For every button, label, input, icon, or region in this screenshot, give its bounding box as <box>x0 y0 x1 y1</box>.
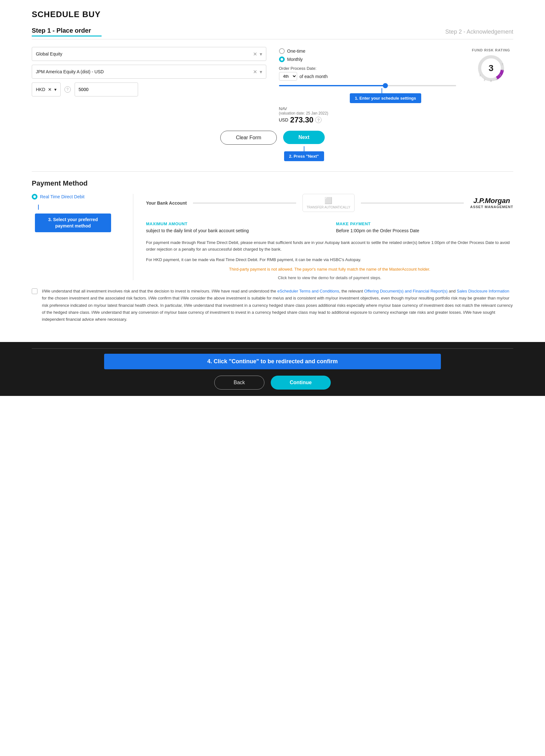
page-title: SCHEDULE BUY <box>32 10 513 19</box>
nav-date: (valuation date: 25 Jan 2022) <box>279 111 456 115</box>
svg-text:1: 1 <box>479 74 481 77</box>
max-amount-text: subject to the daily limit of your bank … <box>146 228 324 233</box>
chevron-down-icon[interactable]: ▾ <box>259 51 262 57</box>
payment-demo-link[interactable]: Click here to view the demo for details … <box>146 275 513 280</box>
make-payment-title: MAKE PAYMENT <box>336 221 514 226</box>
step3-tooltip: 3. Select your preferred payment method <box>35 214 111 232</box>
section-divider <box>32 171 513 172</box>
next-button-wrapper: Next 2. Press "Next" <box>283 131 325 145</box>
chevron-down-icon-2[interactable]: ▾ <box>259 69 262 75</box>
slider-thumb[interactable] <box>383 83 388 88</box>
radio-monthly-label: Monthly <box>287 57 303 62</box>
payment-warning: Third-party payment is not allowed. The … <box>146 267 513 272</box>
nav-currency: USD <box>279 117 289 122</box>
max-amount-col: MAXIMUM AMOUNT subject to the daily limi… <box>146 221 324 233</box>
order-process-date-section: Order Process Date: 4th of each month <box>279 66 456 81</box>
form-area: Global Equity ✕ ▾ JPM America Equity A (… <box>32 47 513 124</box>
payment-right: Your Bank Account ⬜ TRANSFER AUTOMATICAL… <box>133 194 513 280</box>
svg-text:5: 5 <box>500 74 501 77</box>
order-day-select[interactable]: 4th <box>279 72 297 81</box>
step2-label: Step 2 - Acknowledgement <box>445 29 513 35</box>
step1-label: Step 1 - Place order <box>32 27 102 34</box>
payment-method-radio[interactable]: Real Time Direct Debit <box>32 194 123 200</box>
radio-monthly-circle <box>279 56 285 62</box>
bank-flow-diagram: Your Bank Account ⬜ TRANSFER AUTOMATICAL… <box>146 194 513 212</box>
radio-onetime-label: One-time <box>287 49 306 54</box>
svg-text:2: 2 <box>484 78 485 82</box>
svg-text:7: 7 <box>502 63 503 66</box>
nav-value: USD 273.30 ? <box>279 115 456 124</box>
nav-help-icon[interactable]: ? <box>315 117 322 123</box>
payment-section: Real Time Direct Debit 3. Select your pr… <box>32 194 513 280</box>
form-right: One-time Monthly Order Process Date: 4th <box>279 47 514 124</box>
terms-checkbox[interactable] <box>32 288 37 294</box>
continue-button[interactable]: Continue <box>271 376 331 390</box>
fund-name-select[interactable]: JPM America Equity A (dist) - USD ✕ ▾ <box>32 65 266 79</box>
payment-method-label: Real Time Direct Debit <box>40 194 84 199</box>
clear-form-button[interactable]: Clear Form <box>220 131 277 145</box>
terms-text-between2: and <box>448 289 457 293</box>
payment-section-title: Payment Method <box>32 179 513 187</box>
terms-text-after: for the chosen investment and the associ… <box>42 296 513 321</box>
nav-label: NAV <box>279 106 456 111</box>
radio-monthly[interactable]: Monthly <box>279 56 456 62</box>
callout-connector-line <box>382 88 382 93</box>
bottom-bar: 4. Click "Continue" to be redirected and… <box>0 342 545 396</box>
terms-link-2[interactable]: Offering Document(s) and Financial Repor… <box>364 289 448 293</box>
make-payment-col: MAKE PAYMENT Before 1:00pm on the Order … <box>336 221 514 233</box>
step3-line <box>38 205 39 210</box>
transfer-icon: ⬜ <box>325 197 332 204</box>
terms-link-1[interactable]: eScheduler Terms and Conditions <box>278 289 339 293</box>
nav-section: NAV (valuation date: 25 Jan 2022) USD 27… <box>279 106 456 124</box>
svg-text:4: 4 <box>496 78 497 81</box>
order-type-radio-group: One-time Monthly <box>279 48 456 62</box>
bank-account-label-item: Your Bank Account <box>146 201 187 206</box>
steps-divider <box>32 39 513 39</box>
amount-input[interactable] <box>75 82 138 96</box>
bank-account-label: Your Bank Account <box>146 201 187 206</box>
nav-amount: 273.30 <box>290 115 313 124</box>
buttons-area: Clear Form Next 2. Press "Next" <box>32 131 513 145</box>
bottom-divider <box>32 348 513 349</box>
payment-info-cols: MAXIMUM AMOUNT subject to the daily limi… <box>146 221 513 233</box>
terms-text-between1: , the relevant <box>339 289 365 293</box>
bottom-buttons-row: Back Continue <box>32 376 513 390</box>
next-button[interactable]: Next <box>283 131 325 144</box>
svg-text:3: 3 <box>490 79 492 82</box>
fund-category-select[interactable]: Global Equity ✕ ▾ <box>32 47 266 61</box>
terms-section: I/We understand that all investment invo… <box>32 288 513 323</box>
risk-donut: 1 2 3 4 5 6 7 3 <box>477 54 505 82</box>
step1-tooltip: 1. Enter your schedule settings <box>350 93 421 103</box>
terms-link-3[interactable]: Sales Disclosure Information <box>457 289 509 293</box>
max-amount-title: MAXIMUM AMOUNT <box>146 221 324 226</box>
currency-select[interactable]: HKD ✕ ▾ <box>32 82 61 96</box>
payment-left: Real Time Direct Debit 3. Select your pr… <box>32 194 133 280</box>
clear-currency-icon[interactable]: ✕ <box>48 87 52 92</box>
clear-fund-category-icon[interactable]: ✕ <box>253 51 257 57</box>
back-button[interactable]: Back <box>214 376 264 390</box>
fund-name-value: JPM America Equity A (dist) - USD <box>36 69 253 74</box>
radio-onetime-circle <box>279 48 285 54</box>
radio-onetime[interactable]: One-time <box>279 48 456 54</box>
terms-text: I/We understand that all investment invo… <box>42 288 513 323</box>
transfer-box: ⬜ TRANSFER AUTOMATICALLY <box>303 194 355 212</box>
payment-disclaimer-1: For payment made through Real Time Direc… <box>146 240 513 253</box>
slider-bar[interactable] <box>279 85 456 86</box>
fund-risk-label: FUND RISK RATING <box>472 48 510 52</box>
slider-section: 1. Enter your schedule settings <box>279 85 456 103</box>
clear-fund-name-icon[interactable]: ✕ <box>253 69 257 75</box>
currency-help-icon[interactable]: ? <box>64 86 71 93</box>
next-callout-line <box>304 146 305 151</box>
fund-category-value: Global Equity <box>36 51 253 56</box>
order-process-date-label: Order Process Date: <box>279 66 456 71</box>
flow-line-1 <box>193 203 296 203</box>
step4-tooltip: 4. Click "Continue" to be redirected and… <box>104 354 441 369</box>
jpmorgan-item: J.P.Morgan ASSET MANAGEMENT <box>470 197 513 208</box>
terms-text-before1: I/We understand that all investment invo… <box>42 289 278 293</box>
jpmorgan-sub: ASSET MANAGEMENT <box>470 205 513 209</box>
jpmorgan-logo: J.P.Morgan <box>470 197 513 205</box>
svg-text:6: 6 <box>502 69 504 72</box>
payment-radio-circle <box>32 194 37 200</box>
chevron-down-currency-icon[interactable]: ▾ <box>54 87 56 92</box>
flow-line-2 <box>361 203 464 203</box>
